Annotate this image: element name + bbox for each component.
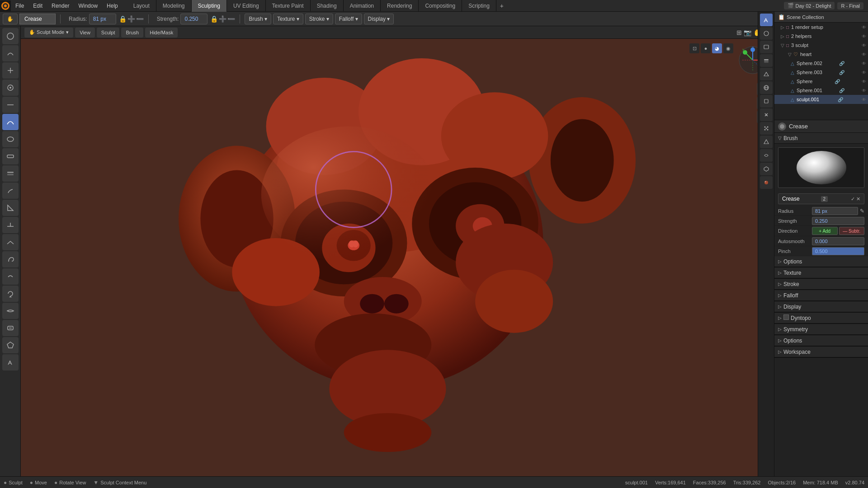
modifier-properties-icon[interactable] xyxy=(760,108,773,121)
outliner-item-sphere[interactable]: △ Sphere 🔗 👁 xyxy=(774,77,868,86)
strength-param-value[interactable]: 0.250 xyxy=(812,217,864,225)
falloff-dropdown[interactable]: Falloff ▾ xyxy=(335,14,362,24)
view-layer-icon[interactable] xyxy=(760,54,773,67)
symmetry-section-header[interactable]: ▷ Symmetry xyxy=(774,324,868,335)
rendered-mode-button[interactable]: ◉ xyxy=(723,43,733,53)
tool-blob[interactable] xyxy=(2,131,19,147)
brush-section-header[interactable]: ▽ Brush xyxy=(774,133,868,144)
strength-value[interactable]: 0.250 xyxy=(180,14,208,24)
pinch-value[interactable]: 0.500 xyxy=(812,247,864,255)
tab-rendering[interactable]: Rendering xyxy=(381,0,419,12)
hide-mask-menu[interactable]: Hide/Mask xyxy=(145,28,178,38)
world-properties-icon[interactable] xyxy=(760,81,773,94)
strength-lock-icon[interactable]: 🔒 xyxy=(210,15,218,23)
stroke-section-header[interactable]: ▷ Stroke xyxy=(774,279,868,290)
tool-smooth[interactable] xyxy=(2,45,19,61)
tool-draw-face-sets[interactable] xyxy=(2,337,19,353)
tool-mask[interactable] xyxy=(2,320,19,336)
tab-modeling[interactable]: Modeling xyxy=(156,0,192,12)
outliner-item-sphere001[interactable]: △ Sphere.001 🔗 👁 xyxy=(774,86,868,95)
strength-plus-icon[interactable]: ➕ xyxy=(219,15,226,23)
options-section-header[interactable]: ▷ Options xyxy=(774,256,868,267)
menu-window[interactable]: Window xyxy=(74,0,102,12)
tool-thumb[interactable] xyxy=(2,268,19,285)
radius-edit-icon[interactable]: ✎ xyxy=(860,208,864,214)
active-tool-workspace-icon[interactable] xyxy=(760,14,773,26)
menu-edit[interactable]: Edit xyxy=(28,0,47,12)
grid-icon[interactable]: ⊞ xyxy=(736,29,742,36)
outliner-item-helpers[interactable]: ▷ □ 2 helpers 👁 xyxy=(774,32,868,41)
particles-icon[interactable] xyxy=(760,122,773,135)
add-workspace-button[interactable]: + xyxy=(496,2,507,9)
tool-clay-strips[interactable] xyxy=(2,165,19,182)
radius-minus-icon[interactable]: ➖ xyxy=(136,15,144,23)
display-dropdown[interactable]: Display ▾ xyxy=(364,14,394,24)
tool-inflate[interactable] xyxy=(2,80,19,96)
data-properties-icon[interactable] xyxy=(760,163,773,175)
scene-icon-btn[interactable] xyxy=(760,68,773,80)
outliner-item-sphere002[interactable]: △ Sphere.002 🔗 👁 xyxy=(774,59,868,68)
tool-flatten[interactable] xyxy=(2,97,19,113)
material-mode-button[interactable]: ◕ xyxy=(712,43,722,53)
menu-render[interactable]: Render xyxy=(47,0,74,12)
tab-animation[interactable]: Animation xyxy=(344,0,381,12)
tab-compositing[interactable]: Compositing xyxy=(419,0,462,12)
workspace-section-header[interactable]: ▷ Workspace xyxy=(774,347,868,357)
solid-mode-button[interactable]: ● xyxy=(701,43,711,53)
tool-rotate[interactable] xyxy=(2,286,19,302)
render-preset-selector[interactable]: R - Final xyxy=(837,2,863,9)
viewport-3d[interactable]: ✋ Sculpt Mode ▾ View Sculpt Brush Hide/M… xyxy=(21,26,774,476)
texture-dropdown[interactable]: Texture ▾ xyxy=(273,14,303,24)
outliner-item-heart[interactable]: ▽ ♡ heart 👁 xyxy=(774,50,868,59)
tool-pinch[interactable] xyxy=(2,62,19,79)
dyntopo-checkbox[interactable] xyxy=(783,314,789,320)
tool-multiplane-scrape[interactable] xyxy=(2,234,19,250)
outliner-item-render-setup[interactable]: ▷ □ 1 render setup 👁 xyxy=(774,23,868,32)
sculpt-mode-dropdown[interactable]: ✋ Sculpt Mode ▾ xyxy=(24,28,73,38)
dyntopo-section-header[interactable]: ▷ Dyntopo xyxy=(774,313,868,324)
tab-scripting[interactable]: Scripting xyxy=(462,0,496,12)
scene-properties-icon[interactable] xyxy=(760,27,773,40)
radius-param-value[interactable]: 81 px xyxy=(812,207,858,215)
camera-icon[interactable]: 📷 xyxy=(744,29,751,36)
tool-scrape[interactable] xyxy=(2,217,19,233)
menu-help[interactable]: Help xyxy=(102,0,123,12)
sculpt-menu[interactable]: Sculpt xyxy=(97,28,120,38)
material-properties-icon[interactable] xyxy=(760,176,773,189)
tab-layout[interactable]: Layout xyxy=(127,0,156,12)
tab-texture-paint[interactable]: Texture Paint xyxy=(266,0,311,12)
brush-name-field[interactable]: Crease 2 ✓ ✕ xyxy=(778,193,864,204)
brush-dropdown[interactable]: Brush ▾ xyxy=(245,14,271,24)
tool-clay[interactable] xyxy=(2,148,19,164)
tool-slide-relax[interactable] xyxy=(2,303,19,319)
outliner-item-sculpt[interactable]: ▽ □ 3 sculpt 👁 xyxy=(774,41,868,50)
physics-icon[interactable] xyxy=(760,136,773,148)
brush-menu[interactable]: Brush xyxy=(121,28,143,38)
tool-annotate[interactable] xyxy=(2,354,19,371)
tab-shading[interactable]: Shading xyxy=(311,0,344,12)
outliner-item-sculpt001[interactable]: △ sculpt.001 🔗 👁 xyxy=(774,95,868,104)
tab-sculpting[interactable]: Sculpting xyxy=(192,0,227,12)
tab-uv-editing[interactable]: UV Editing xyxy=(227,0,266,12)
autosmooth-value[interactable]: 0.000 xyxy=(812,237,864,245)
scene-selector[interactable]: 🎬 Day 02 - Delight xyxy=(784,2,835,9)
outliner-item-sphere003[interactable]: △ Sphere.003 🔗 👁 xyxy=(774,68,868,77)
tool-draw[interactable] xyxy=(2,28,19,44)
falloff-section-header[interactable]: ▷ Falloff xyxy=(774,290,868,301)
direction-add-button[interactable]: + Add xyxy=(812,227,838,235)
tool-crease[interactable] xyxy=(2,114,19,130)
view-menu[interactable]: View xyxy=(75,28,95,38)
tool-snake-hook[interactable] xyxy=(2,251,19,267)
menu-file[interactable]: File xyxy=(11,0,28,12)
tool-clay-thumb[interactable] xyxy=(2,183,19,199)
tool-fill[interactable] xyxy=(2,200,19,216)
direction-subtract-button[interactable]: — Subtr. xyxy=(839,227,865,235)
constraints-icon[interactable] xyxy=(760,149,773,162)
strength-minus-icon[interactable]: ➖ xyxy=(227,15,235,23)
wireframe-mode-button[interactable]: ⊡ xyxy=(689,43,699,53)
output-properties-icon[interactable] xyxy=(760,41,773,53)
options-section-header-2[interactable]: ▷ Options xyxy=(774,335,868,346)
texture-section-header[interactable]: ▷ Texture xyxy=(774,267,868,278)
radius-plus-icon[interactable]: ➕ xyxy=(127,15,135,23)
radius-value[interactable]: 81 px xyxy=(89,14,116,24)
